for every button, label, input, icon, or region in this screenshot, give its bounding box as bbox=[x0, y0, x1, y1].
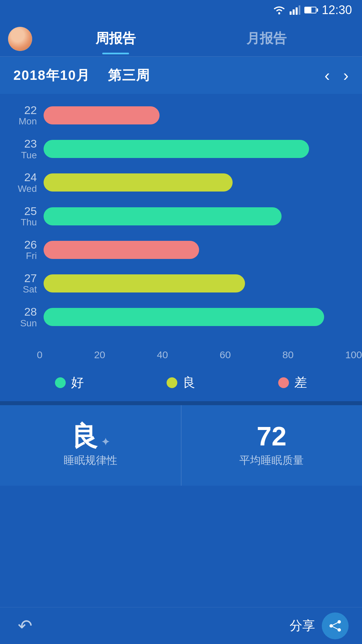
svg-rect-4 bbox=[299, 5, 300, 15]
bar-container bbox=[44, 241, 349, 259]
chart-row: 22Mon bbox=[7, 104, 349, 127]
legend-label-bad: 差 bbox=[294, 374, 307, 391]
bar-container bbox=[44, 274, 349, 292]
chart-row: 23Tue bbox=[7, 138, 349, 160]
back-icon: ↶ bbox=[18, 616, 33, 636]
bottom-bar: ↶ 分享 bbox=[0, 607, 362, 644]
x-axis-tick: 100 bbox=[345, 349, 362, 361]
day-label: 22Mon bbox=[7, 104, 44, 127]
bar-fri bbox=[44, 241, 199, 259]
battery-icon bbox=[304, 7, 316, 13]
bar-container bbox=[44, 106, 349, 124]
legend-label-good: 好 bbox=[71, 374, 84, 391]
share-label: 分享 bbox=[290, 617, 315, 634]
legend-dot-good bbox=[55, 377, 66, 388]
stats-section: 良✦睡眠规律性72平均睡眠质量 bbox=[0, 405, 362, 486]
share-button[interactable] bbox=[322, 612, 349, 639]
legend-item-ok: 良 bbox=[167, 374, 195, 391]
bar-thu bbox=[44, 207, 282, 225]
svg-rect-3 bbox=[296, 7, 298, 15]
legend-item-good: 好 bbox=[55, 374, 84, 391]
day-label: 25Thu bbox=[7, 205, 44, 228]
svg-rect-2 bbox=[293, 9, 295, 15]
bar-container bbox=[44, 173, 349, 192]
status-time: 12:30 bbox=[322, 3, 352, 17]
avatar[interactable] bbox=[8, 27, 32, 51]
share-area: 分享 bbox=[290, 612, 349, 639]
share-icon bbox=[328, 619, 342, 633]
day-label: 23Tue bbox=[7, 138, 44, 160]
legend-dot-bad bbox=[278, 377, 289, 388]
tab-underline-week bbox=[102, 53, 129, 54]
day-label: 28Sun bbox=[7, 306, 44, 328]
sparkle-icon: ✦ bbox=[101, 437, 110, 447]
avatar-wrap bbox=[0, 27, 40, 56]
svg-rect-1 bbox=[290, 11, 292, 15]
stat-regularity: 良✦睡眠规律性 bbox=[0, 405, 181, 486]
tab-week[interactable]: 周报告 bbox=[40, 29, 191, 54]
chart-row: 27Sat bbox=[7, 272, 349, 295]
x-axis-tick: 40 bbox=[157, 349, 168, 361]
bar-container bbox=[44, 308, 349, 326]
signal-icon bbox=[290, 5, 300, 15]
day-label: 27Sat bbox=[7, 272, 44, 295]
chart-area: 22Mon23Tue24Wed25Thu26Fri27Sat28Sun bbox=[0, 94, 362, 346]
back-button[interactable]: ↶ bbox=[13, 614, 37, 638]
bar-wed bbox=[44, 173, 233, 192]
tab-month[interactable]: 月报告 bbox=[191, 29, 342, 54]
x-axis-tick: 0 bbox=[37, 349, 43, 361]
svg-line-8 bbox=[331, 622, 339, 626]
nav-arrows: ‹ › bbox=[324, 67, 349, 84]
stat-quality: 72平均睡眠质量 bbox=[181, 405, 362, 486]
chart-row: 24Wed bbox=[7, 171, 349, 194]
legend-dot-ok bbox=[167, 377, 177, 388]
chart-row: 25Thu bbox=[7, 205, 349, 228]
x-axis-tick: 80 bbox=[283, 349, 294, 361]
stat-value-quality: 72 bbox=[257, 423, 287, 450]
status-bar: 12:30 bbox=[0, 0, 362, 20]
bar-container bbox=[44, 207, 349, 225]
legend: 好良差 bbox=[0, 367, 362, 401]
bar-container bbox=[44, 140, 349, 158]
section-divider bbox=[0, 401, 362, 405]
status-icons bbox=[273, 5, 316, 15]
bar-sun bbox=[44, 308, 324, 326]
legend-item-bad: 差 bbox=[278, 374, 307, 391]
day-label: 26Fri bbox=[7, 238, 44, 261]
prev-week-button[interactable]: ‹ bbox=[324, 67, 330, 84]
header: 周报告 月报告 bbox=[0, 20, 362, 57]
period-bar: 2018年10月 第三周 ‹ › bbox=[0, 57, 362, 94]
period-title: 2018年10月 第三周 bbox=[13, 66, 150, 85]
bar-mon bbox=[44, 106, 160, 124]
chart-row: 26Fri bbox=[7, 238, 349, 261]
svg-line-9 bbox=[331, 626, 339, 630]
x-axis: 020406080100 bbox=[37, 346, 362, 367]
stat-value-regularity: 良✦ bbox=[71, 423, 110, 450]
next-week-button[interactable]: › bbox=[343, 67, 349, 84]
bar-sat bbox=[44, 274, 245, 292]
wifi-icon bbox=[273, 5, 286, 15]
stat-label-regularity: 睡眠规律性 bbox=[64, 453, 117, 468]
bar-tue bbox=[44, 140, 309, 158]
legend-label-ok: 良 bbox=[183, 374, 195, 391]
x-axis-tick: 60 bbox=[220, 349, 231, 361]
svg-point-0 bbox=[278, 12, 280, 14]
tab-bar: 周报告 月报告 bbox=[40, 29, 342, 54]
day-label: 24Wed bbox=[7, 171, 44, 194]
stat-label-quality: 平均睡眠质量 bbox=[239, 453, 304, 468]
x-axis-tick: 20 bbox=[94, 349, 105, 361]
chart-row: 28Sun bbox=[7, 306, 349, 328]
